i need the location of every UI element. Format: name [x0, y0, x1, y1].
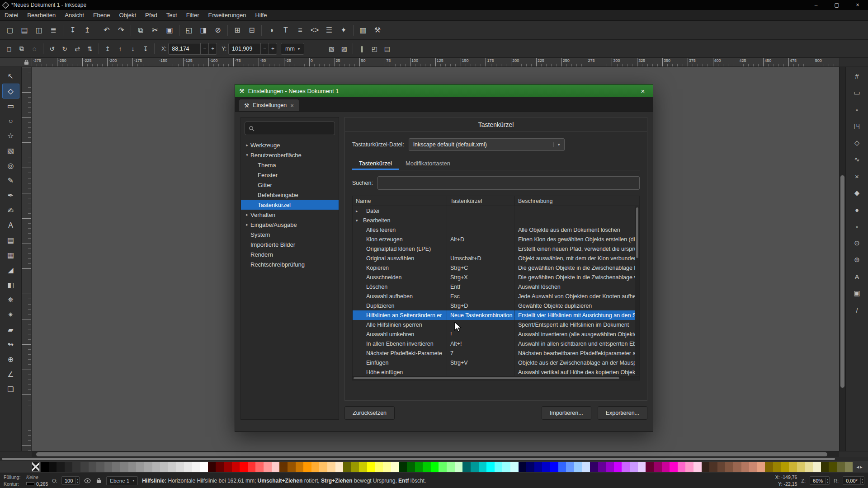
color-swatch[interactable]	[662, 462, 670, 472]
move-patterns-toggle-button[interactable]: ▨	[338, 42, 350, 55]
color-swatch[interactable]	[415, 462, 423, 472]
preferences-button[interactable]: ⚒	[370, 23, 385, 38]
tree-search-input[interactable]	[257, 125, 331, 131]
color-swatch[interactable]	[709, 462, 717, 472]
color-swatch[interactable]	[447, 462, 455, 472]
dialog-close-button[interactable]: ×	[637, 87, 649, 95]
tree-item-eingabe-ausgabe[interactable]: ▸Eingabe/Ausgabe	[241, 220, 339, 230]
color-swatch[interactable]	[574, 462, 582, 472]
shortcut-row-löschen[interactable]: LöschenEntfAuswahl löschen	[353, 282, 639, 291]
shortcut-row-originalpfad-klonen-lpe[interactable]: Originalpfad klonen (LPE)Erstellt einen …	[353, 244, 639, 253]
eraser-tool-button[interactable]: ▰	[2, 322, 19, 337]
horizontal-scrollbar[interactable]	[32, 451, 839, 457]
color-swatch[interactable]	[399, 462, 407, 472]
shortcut-row-nächster-pfadeffekt-paramete[interactable]: Nächster Pfadeffekt-Paramete7Nächsten be…	[353, 348, 639, 358]
color-swatch[interactable]	[439, 462, 447, 472]
color-swatch[interactable]	[622, 462, 630, 472]
color-swatch[interactable]	[614, 462, 622, 472]
document-properties-button[interactable]: ▥	[356, 23, 370, 38]
ellipse-tool-button[interactable]: ○	[2, 113, 19, 128]
snap-bbox-edges-button[interactable]: ▫	[849, 103, 865, 116]
rotation-value[interactable]: 0,00	[846, 478, 855, 483]
color-swatch[interactable]	[160, 462, 168, 472]
selector-tool-button[interactable]: ↖	[2, 69, 19, 84]
shortcut-row-klon-erzeugen[interactable]: Klon erzeugenAlt+DEinen Klon des gewählt…	[353, 235, 639, 244]
color-swatch[interactable]	[845, 462, 853, 472]
color-swatch[interactable]	[296, 462, 304, 472]
color-swatch[interactable]	[773, 462, 781, 472]
deselect-button[interactable]: ◌	[28, 42, 41, 55]
dropper-tool-button[interactable]: ◢	[2, 263, 19, 277]
color-swatch[interactable]	[152, 462, 160, 472]
menu-item-ebene[interactable]: Ebene	[89, 10, 115, 20]
snap-intersections-button[interactable]: ×	[849, 170, 865, 183]
color-swatch[interactable]	[120, 462, 128, 472]
color-swatch[interactable]	[359, 462, 367, 472]
shortcut-row-hilfslinien-an-seitenrändern-er[interactable]: Hilfslinien an Seitenrändern erNeue Tast…	[353, 310, 639, 320]
palette-scrollbar[interactable]	[0, 457, 868, 461]
tree-item-benutzeroberfläche[interactable]: ▾Benutzeroberfläche	[241, 150, 339, 160]
color-swatch[interactable]	[638, 462, 646, 472]
menu-item-hilfe[interactable]: Hilfe	[250, 10, 271, 20]
snap-toggle-button[interactable]: #	[849, 70, 865, 82]
color-swatch[interactable]	[288, 462, 296, 472]
palette-scrollbar-thumb[interactable]	[2, 458, 835, 460]
palette-scroll-right-button[interactable]: ▸	[860, 464, 863, 470]
color-swatch[interactable]	[805, 462, 813, 472]
color-swatch[interactable]	[741, 462, 750, 472]
color-swatch[interactable]	[670, 462, 678, 472]
color-swatch[interactable]	[96, 462, 104, 472]
expander-collapsed-icon[interactable]: ▸	[244, 212, 250, 217]
shortcut-row-höhe-einfügen[interactable]: Höhe einfügenAuswahl vertikal auf Höhe d…	[353, 367, 639, 376]
fill-stroke-dialog-button[interactable]: ◑	[264, 23, 278, 38]
text-tool-button[interactable]: A	[2, 218, 19, 233]
horizontal-ruler[interactable]: -275-250-225-200-175-150-125-100-75-50-2…	[32, 58, 839, 66]
color-swatch[interactable]	[264, 462, 272, 472]
no-color-swatch[interactable]	[32, 462, 40, 472]
color-swatch[interactable]	[519, 462, 527, 472]
color-swatch[interactable]	[781, 462, 789, 472]
color-swatch[interactable]	[462, 462, 471, 472]
layer-visibility-toggle[interactable]	[84, 478, 91, 483]
tree-item-importierte-bilder[interactable]: Importierte Bilder	[241, 239, 339, 249]
color-swatch[interactable]	[176, 462, 184, 472]
rotate-cw-button[interactable]: ↻	[58, 42, 71, 55]
color-swatch[interactable]	[343, 462, 351, 472]
tree-item-rendern[interactable]: Rendern	[241, 249, 339, 259]
expander-expanded-icon[interactable]: ▾	[244, 153, 250, 157]
tree-item-thema[interactable]: Thema	[241, 160, 339, 170]
text-dialog-button[interactable]: T	[278, 23, 293, 38]
tree-item-system[interactable]: System	[241, 230, 339, 239]
color-swatch[interactable]	[502, 462, 510, 472]
tree-item-rechtschreibprüfung[interactable]: Rechtschreibprüfung	[241, 259, 339, 269]
reset-button[interactable]: Zurücksetzen	[344, 406, 395, 420]
color-swatch[interactable]	[813, 462, 821, 472]
color-swatch[interactable]	[49, 462, 57, 472]
shortcut-row-einfügen[interactable]: EinfügenStrg+VObjekte aus der Zwischenab…	[353, 358, 639, 367]
vertical-scrollbar[interactable]	[839, 67, 845, 451]
snap-rotation-centers-button[interactable]: ⊕	[849, 253, 865, 266]
color-swatch[interactable]	[582, 462, 590, 472]
snap-object-centers-button[interactable]: ⊙	[849, 237, 865, 249]
measure-tool-button[interactable]: ∠	[2, 367, 19, 382]
copy-button[interactable]: ⧉	[133, 23, 148, 38]
table-horizontal-scrollbar[interactable]	[353, 376, 639, 380]
table-vscrollbar-thumb[interactable]	[636, 207, 638, 258]
layer-lock-toggle[interactable]	[95, 478, 102, 483]
color-swatch[interactable]	[72, 462, 80, 472]
raise-to-top-button[interactable]: ↥	[101, 42, 114, 55]
rotate-ccw-button[interactable]: ↺	[46, 42, 58, 55]
shortcut-row-auswahl-aufheben[interactable]: Auswahl aufhebenEscJede Auswahl von Obje…	[353, 291, 639, 301]
duplicate-button[interactable]: ◱	[182, 23, 196, 38]
tree-item-verhalten[interactable]: ▸Verhalten	[241, 210, 339, 220]
maximize-button[interactable]: ▢	[826, 0, 847, 10]
scale-stroke-toggle-button[interactable]: ∥	[355, 42, 368, 55]
column-header-name[interactable]: Name	[353, 196, 447, 206]
pages-tool-button[interactable]: ❑	[2, 382, 19, 397]
tweak-tool-button[interactable]: ✵	[2, 292, 19, 307]
calligraphy-tool-button[interactable]: ✍	[2, 203, 19, 218]
color-swatch[interactable]	[550, 462, 558, 472]
tree-item-tastenkürzel[interactable]: Tastenkürzel	[241, 200, 339, 210]
color-swatch[interactable]	[104, 462, 113, 472]
color-swatch[interactable]	[702, 462, 710, 472]
